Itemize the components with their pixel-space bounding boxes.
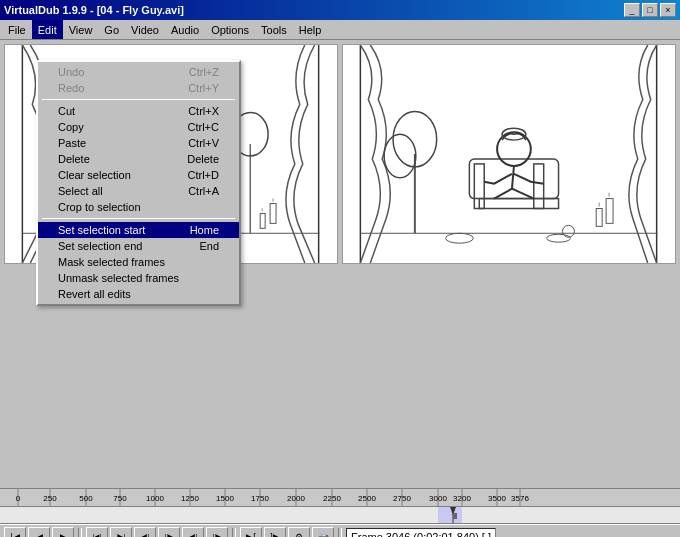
- prev-keyframe-button[interactable]: |◀|: [86, 527, 108, 538]
- prev-scene-button[interactable]: ◀||: [134, 527, 156, 538]
- minimize-button[interactable]: _: [624, 3, 640, 17]
- next-scene-button[interactable]: ||▶: [158, 527, 180, 538]
- toolbar: |◀ ◀ ▶ |◀| |▶| ◀|| ||▶ ◀|| ||▶ ▶[ ]▶ ⚙ 📷…: [0, 524, 680, 537]
- prev-marked-button[interactable]: ◀||: [182, 527, 204, 538]
- toolbar-sep-3: [338, 528, 342, 538]
- timeline-ruler: 0 250 500 750 1000 1250 1500 1750 2000 2…: [0, 489, 680, 507]
- menu-unmask-selected-frames[interactable]: Unmask selected frames: [38, 270, 239, 286]
- svg-rect-69: [438, 507, 462, 524]
- menu-cut[interactable]: Cut Ctrl+X: [38, 103, 239, 119]
- menu-bar: File Edit View Go Video Audio Options To…: [0, 20, 680, 40]
- timeline-area: 0 250 500 750 1000 1250 1500 1750 2000 2…: [0, 488, 680, 524]
- svg-text:3500: 3500: [488, 494, 506, 503]
- prev-frame-button[interactable]: ◀: [28, 527, 50, 538]
- menu-mask-selected-frames[interactable]: Mask selected frames: [38, 254, 239, 270]
- svg-text:750: 750: [113, 494, 127, 503]
- svg-text:2750: 2750: [393, 494, 411, 503]
- goto-start-button[interactable]: |◀: [4, 527, 26, 538]
- menu-undo[interactable]: Undo Ctrl+Z: [38, 64, 239, 80]
- capture-button[interactable]: 📷: [312, 527, 334, 538]
- menu-video[interactable]: Video: [125, 20, 165, 39]
- maximize-button[interactable]: □: [642, 3, 658, 17]
- menu-select-all[interactable]: Select all Ctrl+A: [38, 183, 239, 199]
- close-button[interactable]: ×: [660, 3, 676, 17]
- timeline-track[interactable]: [0, 507, 680, 524]
- toolbar-sep-2: [232, 528, 236, 538]
- menu-crop-to-selection[interactable]: Crop to selection: [38, 199, 239, 215]
- menu-delete[interactable]: Delete Delete: [38, 151, 239, 167]
- menu-go[interactable]: Go: [98, 20, 125, 39]
- menu-set-selection-end[interactable]: Set selection end End: [38, 238, 239, 254]
- toolbar-sep-1: [78, 528, 82, 538]
- settings-button[interactable]: ⚙: [288, 527, 310, 538]
- svg-text:3000: 3000: [429, 494, 447, 503]
- menu-audio[interactable]: Audio: [165, 20, 205, 39]
- edit-dropdown-menu: Undo Ctrl+Z Redo Ctrl+Y Cut Ctrl+X Copy …: [36, 60, 241, 306]
- menu-options[interactable]: Options: [205, 20, 255, 39]
- svg-text:1000: 1000: [146, 494, 164, 503]
- menu-view[interactable]: View: [63, 20, 99, 39]
- menu-copy[interactable]: Copy Ctrl+C: [38, 119, 239, 135]
- menu-file[interactable]: File: [2, 20, 32, 39]
- svg-text:1250: 1250: [181, 494, 199, 503]
- svg-text:250: 250: [43, 494, 57, 503]
- menu-redo[interactable]: Redo Ctrl+Y: [38, 80, 239, 96]
- svg-rect-17: [360, 45, 657, 263]
- svg-text:2250: 2250: [323, 494, 341, 503]
- svg-text:500: 500: [79, 494, 93, 503]
- next-marked-button[interactable]: ||▶: [206, 527, 228, 538]
- menu-edit[interactable]: Edit: [32, 20, 63, 39]
- separator-1: [42, 99, 235, 100]
- window-controls: _ □ ×: [624, 3, 676, 17]
- menu-set-selection-start[interactable]: Set selection start Home: [38, 222, 239, 238]
- frame-display: Frame 3046 (0:02:01.840) [ ]: [346, 528, 496, 538]
- svg-text:3576: 3576: [511, 494, 529, 503]
- mark-in-button[interactable]: ▶[: [240, 527, 262, 538]
- title-bar: VirtualDub 1.9.9 - [04 - Fly Guy.avi] _ …: [0, 0, 680, 20]
- menu-tools[interactable]: Tools: [255, 20, 293, 39]
- svg-text:2000: 2000: [287, 494, 305, 503]
- video-panel-right: [342, 44, 676, 264]
- menu-revert-all-edits[interactable]: Revert all edits: [38, 286, 239, 302]
- menu-clear-selection[interactable]: Clear selection Ctrl+D: [38, 167, 239, 183]
- window-title: VirtualDub 1.9.9 - [04 - Fly Guy.avi]: [4, 4, 184, 16]
- mark-out-button[interactable]: ]▶: [264, 527, 286, 538]
- next-frame-button[interactable]: ▶: [52, 527, 74, 538]
- svg-text:3200: 3200: [453, 494, 471, 503]
- svg-text:0: 0: [16, 494, 21, 503]
- svg-text:1500: 1500: [216, 494, 234, 503]
- svg-rect-72: [453, 513, 457, 519]
- svg-text:2500: 2500: [358, 494, 376, 503]
- main-area: Undo Ctrl+Z Redo Ctrl+Y Cut Ctrl+X Copy …: [0, 40, 680, 488]
- next-keyframe-button[interactable]: |▶|: [110, 527, 132, 538]
- menu-paste[interactable]: Paste Ctrl+V: [38, 135, 239, 151]
- menu-help[interactable]: Help: [293, 20, 328, 39]
- separator-2: [42, 218, 235, 219]
- svg-text:1750: 1750: [251, 494, 269, 503]
